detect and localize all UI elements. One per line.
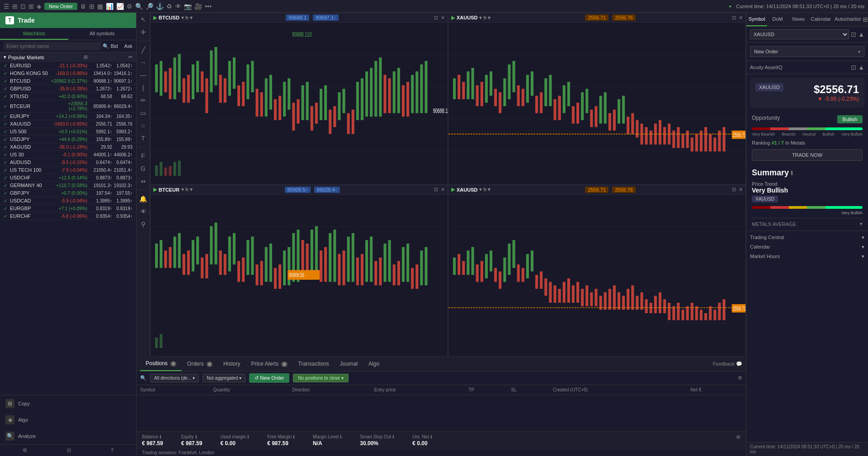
market-row[interactable]: ✓ GERMANY 40 +110.7 (0.58%) 19101.3↑ 191… (0, 182, 136, 189)
tab-orders[interactable]: Orders 0 (182, 357, 218, 371)
settings-table-icon[interactable]: ⚙ (738, 375, 742, 381)
market-row[interactable]: ✓ GBPJPY +0.7 (0.00%) 197.54↑ 197.55↑ (0, 189, 136, 197)
tab-watchlists[interactable]: Watchlists (0, 28, 68, 40)
grid2-icon[interactable]: ⊞ (89, 3, 94, 10)
market-row[interactable]: ✓ HONG KONG 50 -169.0 (-0.86%) 19414.0↑ … (0, 70, 136, 77)
feedback-button[interactable]: Feedback 💬 (713, 361, 742, 367)
gann-icon[interactable]: G (139, 164, 147, 174)
no-positions-button[interactable]: No positions to close ▾ (293, 374, 348, 382)
trade-now-button[interactable]: TRADE NOW (752, 149, 863, 161)
help-icon[interactable]: ? (111, 447, 113, 453)
close-chart2-icon[interactable]: ✕ (739, 15, 743, 21)
tab-autochartist[interactable]: Autochartist (833, 13, 863, 26)
market-hours-label[interactable]: Market Hours ▾ (750, 252, 864, 261)
search-icon[interactable]: 🔍 (103, 43, 109, 49)
magnet-icon[interactable]: ⚲ (140, 219, 147, 229)
candle-icon[interactable]: 📊 (106, 3, 113, 10)
new-order-dropdown[interactable]: New Order ▾ (750, 46, 864, 57)
market-row[interactable]: ✓ BTCEUR +23056.3 (+2.78%) 85909.4↑ 8602… (0, 100, 136, 113)
text-icon[interactable]: T (140, 133, 146, 143)
fibonacci-icon[interactable]: F (140, 151, 146, 161)
config-icon[interactable]: ⊡ (67, 447, 71, 453)
metals-avg-arrow[interactable]: ▾ (860, 221, 863, 227)
circle-icon[interactable]: ○ (140, 121, 146, 131)
search-input[interactable] (4, 42, 101, 50)
monitor-icon[interactable]: 🖥 (80, 3, 86, 10)
settings-icon[interactable]: ⚙ (23, 447, 27, 453)
market-row[interactable]: ✓ AUDUSD -9.5 (-0.15%) 0.6474↑ 0.6474↑ (0, 159, 136, 166)
tab-history[interactable]: History (218, 357, 245, 371)
detach3-icon[interactable]: ⊡ (434, 187, 438, 193)
expand-right-icon[interactable]: ⊞ (863, 13, 868, 26)
camera-icon[interactable]: 📷 (184, 3, 192, 10)
cursor-icon[interactable]: ↖ (139, 14, 147, 24)
market-row[interactable]: ✓ XAGUSD -36.0 (-1.19%) 29.92 29.93 (0, 143, 136, 151)
popular-markets-header[interactable]: ▾ Popular Markets ⊞ ✏ (0, 52, 136, 62)
sidebar-item-copy[interactable]: ⊞ Copy (0, 395, 136, 412)
more-icon[interactable]: ••• (205, 3, 212, 10)
market-row[interactable]: ✓ EURUSD -21.1 (-0.20%) 1.0542↑ 1.0542↑ (0, 62, 136, 70)
tab-transactions[interactable]: Transactions (293, 357, 335, 371)
sidebar-item-algo[interactable]: ◈ Algo (0, 412, 136, 428)
market-row[interactable]: ✓ BTCUSD +20962.9 (2.37%) 90688.1↑ 90697… (0, 77, 136, 85)
symbol-select[interactable]: XAUUSD (750, 29, 849, 39)
market-row[interactable]: ✓ EURJPY +14.2 (+0.09%) 164.34↑ 164.35↑ (0, 113, 136, 120)
close-chart3-icon[interactable]: ✕ (441, 187, 445, 193)
tab-algo[interactable]: Algo (363, 357, 385, 371)
edit-icon[interactable]: ✏ (128, 54, 132, 60)
aggregation-dropdown[interactable]: Not aggregated ▾ (203, 374, 245, 382)
tab-all-symbols[interactable]: All symbols (68, 28, 137, 40)
video-icon[interactable]: 🎥 (194, 3, 202, 10)
new-order-button[interactable]: New Order (44, 3, 77, 10)
acuity-external-icon[interactable]: ⊡ (851, 64, 856, 71)
windows-icon[interactable]: ⊞ (12, 3, 18, 10)
market-row[interactable]: ✓ XTIUSD +41.0 (0.60%) 68.58 68.62 (0, 93, 136, 100)
recycle-icon[interactable]: ♻ (166, 3, 172, 10)
close-chart4-icon[interactable]: ✕ (739, 187, 743, 193)
search-icon[interactable]: 🔍 (135, 3, 143, 10)
vline-icon[interactable]: | (141, 83, 146, 93)
anchor-icon[interactable]: ⚓ (156, 3, 164, 10)
close-chart-icon[interactable]: ✕ (441, 15, 445, 21)
rectangle-icon[interactable]: ▭ (139, 108, 147, 118)
measure-icon[interactable]: ⇔ (139, 176, 147, 186)
bell-icon[interactable]: 🔔 (138, 194, 148, 204)
tab-journal[interactable]: Journal (335, 357, 363, 371)
settings-footer-icon[interactable]: ⚙ (736, 434, 741, 440)
search-positions-icon[interactable]: 🔍 (140, 375, 146, 381)
tab-calendar[interactable]: Calendar (809, 13, 833, 26)
market-row[interactable]: ✓ USDCHF +12.5 (0.14%) 0.8873↑ 0.8873↑ (0, 174, 136, 182)
market-row[interactable]: ✓ US TECH 100 -7.9 (-0.04%) 21050.4↑ 210… (0, 166, 136, 174)
market-row[interactable]: ✓ EURCHF -5.8 (-0.06%) 0.9354↑ 0.9354↑ (0, 212, 136, 220)
market-row[interactable]: ✓ XAUUSD -1683.0 (-0.65%) 2556.71 2556.7… (0, 120, 136, 128)
eye-icon[interactable]: 👁 (175, 3, 181, 10)
tab-positions[interactable]: Positions 0 (140, 357, 182, 371)
squares-icon[interactable]: ⊞ (28, 3, 34, 10)
ctrader-icon[interactable]: ◈ (37, 3, 42, 10)
search2-icon[interactable]: 🔎 (146, 3, 153, 10)
detach4-icon[interactable]: ⊡ (732, 187, 736, 193)
calendar-label[interactable]: Calendar ▾ (750, 242, 864, 252)
tab-price-alerts[interactable]: Price Alerts 0 (245, 357, 292, 371)
market-row[interactable]: ✓ EURGBP +7.1 (+0.09%) 0.8319↑ 0.8319↑ (0, 205, 136, 212)
eye2-icon[interactable]: 👁 (139, 207, 148, 216)
trading-central-label[interactable]: Trading Central ▾ (750, 233, 864, 242)
detach-icon[interactable]: ⊡ (434, 15, 438, 21)
bar-chart-icon[interactable]: ▦ (97, 3, 103, 10)
sidebar-item-analyze[interactable]: 🔍 Analyze (0, 428, 136, 444)
line-tool-icon[interactable]: ╱ (140, 45, 146, 55)
market-row[interactable]: ✓ GBPUSD -35.9 (-0.28%) 1.2672↑ 1.2672↑ (0, 85, 136, 93)
hamburger-icon[interactable]: ☰ (4, 3, 9, 10)
new-order-bottom-button[interactable]: ↺ New Order (249, 373, 289, 383)
pen-icon[interactable]: ✏ (139, 95, 147, 105)
direction-dropdown[interactable]: All directions (de... ▾ (150, 374, 199, 382)
collapse-icon[interactable]: ▲ (858, 31, 864, 38)
acuity-collapse-icon[interactable]: ▲ (858, 64, 864, 71)
market-row[interactable]: ✓ USDJPY +44.6 (0.29%) 155.89↑ 155.89↑ (0, 136, 136, 143)
grid-icon[interactable]: ⊡ (20, 3, 26, 10)
market-row[interactable]: ✓ USDCAD -5.9 (-0.04%) 1.3995↑ 1.3995↑ (0, 197, 136, 205)
market-row[interactable]: ✓ US 30 -0.1 (0.00%) 44005.1↑ 44006.2↑ (0, 151, 136, 159)
line-icon[interactable]: 📈 (116, 3, 124, 10)
detach2-icon[interactable]: ⊡ (732, 15, 736, 21)
external-link-icon[interactable]: ⊡ (851, 31, 856, 38)
